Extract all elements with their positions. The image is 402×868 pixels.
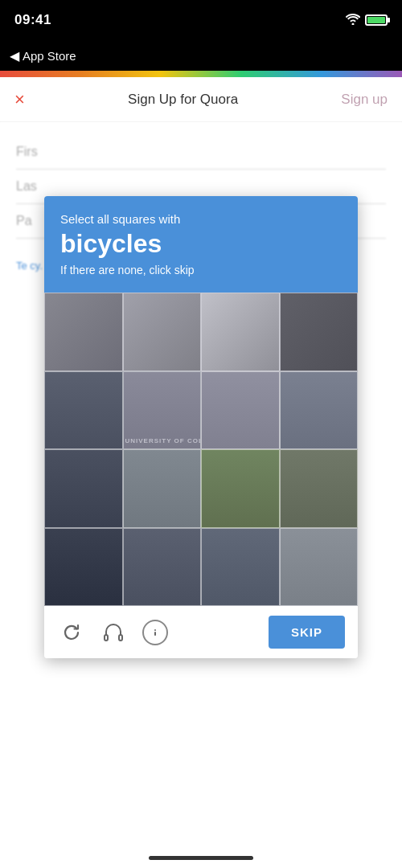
status-icons xyxy=(346,14,388,27)
home-indicator xyxy=(149,856,253,860)
info-icon xyxy=(142,620,168,645)
signup-link[interactable]: Sign up xyxy=(341,92,388,108)
captcha-skip-note: If there are none, click skip xyxy=(60,264,342,276)
back-label: App Store xyxy=(23,49,76,63)
captcha-actions xyxy=(57,618,170,647)
svg-point-2 xyxy=(154,629,156,631)
grid-cell-2-3[interactable] xyxy=(280,449,359,528)
grid-cell-2-1[interactable] xyxy=(123,449,202,528)
captcha-footer: SKIP xyxy=(44,606,358,658)
grid-cell-0-1[interactable] xyxy=(123,293,202,371)
grid-cell-2-2[interactable] xyxy=(201,449,280,528)
grid-cell-1-2[interactable] xyxy=(201,371,280,450)
grid-cell-1-0[interactable] xyxy=(44,371,123,450)
refresh-button[interactable] xyxy=(57,618,86,647)
first-name-field[interactable]: Firs xyxy=(16,135,386,170)
first-name-label: Firs xyxy=(16,145,38,158)
status-bar: 09:41 xyxy=(0,0,402,40)
grid-cell-3-3[interactable] xyxy=(280,528,359,607)
color-bar xyxy=(0,71,402,77)
captcha-image-grid: UNIVERSITY OF COLOR xyxy=(44,293,358,606)
grid-cell-0-0[interactable] xyxy=(44,293,123,371)
captcha-modal: Select all squares with bicycles If ther… xyxy=(44,196,358,658)
grid-cell-0-2[interactable] xyxy=(201,293,280,371)
audio-button[interactable] xyxy=(99,618,128,647)
building-text: UNIVERSITY OF COLOR xyxy=(125,437,202,444)
status-time: 09:41 xyxy=(14,12,51,28)
last-name-label: Las xyxy=(16,179,37,193)
captcha-keyword: bicycles xyxy=(60,229,342,259)
grid-cell-3-2[interactable] xyxy=(201,528,280,607)
close-button[interactable]: × xyxy=(14,89,25,110)
svg-rect-1 xyxy=(119,635,122,641)
captcha-header: Select all squares with bicycles If ther… xyxy=(44,196,358,293)
info-button[interactable] xyxy=(141,618,170,647)
grid-cell-2-0[interactable] xyxy=(44,449,123,528)
headphones-icon xyxy=(101,620,125,645)
svg-rect-0 xyxy=(105,635,108,641)
svg-rect-3 xyxy=(154,632,156,636)
password-label: Pa xyxy=(16,214,32,227)
battery-icon xyxy=(365,14,388,26)
grid-cell-1-1[interactable]: UNIVERSITY OF COLOR xyxy=(123,371,202,450)
refresh-icon xyxy=(60,621,83,644)
back-arrow-icon: ◀ xyxy=(10,48,19,63)
back-button[interactable]: ◀ App Store xyxy=(10,48,76,63)
page-title: Sign Up for Quora xyxy=(128,92,238,108)
skip-button[interactable]: SKIP xyxy=(269,616,345,649)
grid-cell-3-1[interactable] xyxy=(123,528,202,607)
signup-page: × Sign Up for Quora Sign up Firs Las Pa … xyxy=(0,77,402,280)
app-store-nav[interactable]: ◀ App Store xyxy=(0,40,402,71)
grid-cell-0-3[interactable] xyxy=(280,293,359,371)
grid-cell-1-3[interactable] xyxy=(280,371,359,450)
signup-header: × Sign Up for Quora Sign up xyxy=(0,77,402,122)
wifi-icon xyxy=(346,14,360,27)
captcha-instruction: Select all squares with xyxy=(60,212,342,226)
grid-cell-3-0[interactable] xyxy=(44,528,123,607)
